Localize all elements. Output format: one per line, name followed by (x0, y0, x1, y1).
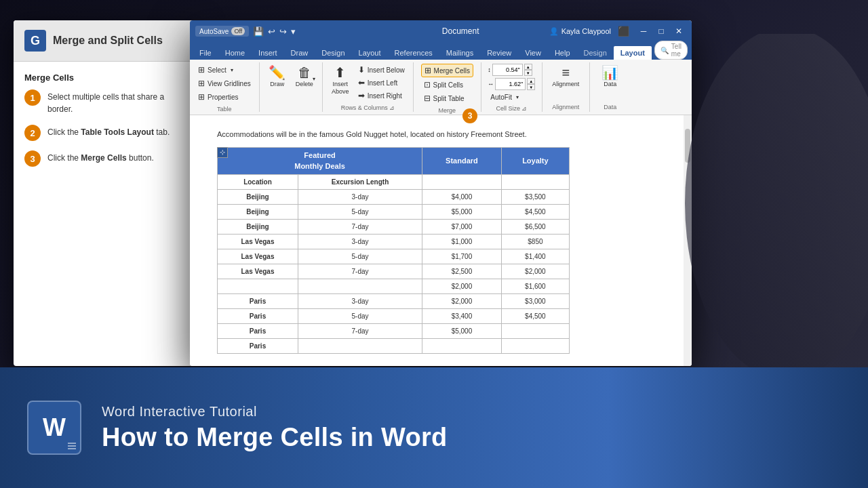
cell-location[interactable]: Las Vegas (218, 249, 298, 264)
cell-excursion[interactable]: 3-day (298, 189, 422, 204)
width-input[interactable] (495, 78, 526, 90)
maximize-button[interactable]: □ (654, 24, 669, 39)
autosave-toggle[interactable]: Layout AutoSave Off (195, 26, 249, 37)
cell-loyalty[interactable] (501, 338, 569, 353)
cell-standard[interactable]: $3,400 (422, 308, 502, 323)
alignment-button[interactable]: ≡ Alignment (549, 64, 583, 90)
height-up-button[interactable]: ▲ (524, 64, 532, 70)
cell-excursion[interactable] (298, 338, 422, 353)
cell-standard[interactable]: $2,000 (422, 279, 502, 293)
cell-standard[interactable] (422, 338, 502, 353)
view-gridlines-button[interactable]: ⊞ View Gridlines (195, 77, 254, 89)
tab-layout-table[interactable]: Layout (614, 46, 652, 60)
tab-draw[interactable]: Draw (284, 46, 315, 60)
cell-loyalty[interactable]: $4,500 (501, 204, 569, 219)
cell-location[interactable]: Las Vegas (218, 264, 298, 279)
cell-excursion[interactable]: 5-day (298, 204, 422, 219)
featured-deals-table: FeaturedMonthly Deals Standard Loyalty L… (217, 147, 570, 354)
cell-location[interactable]: Paris (218, 323, 298, 338)
undo-icon[interactable]: ↩ (268, 26, 275, 37)
width-up-button[interactable]: ▲ (527, 78, 535, 84)
table-row: Beijing 7-day $7,000 $6,500 (218, 219, 570, 234)
properties-button[interactable]: ⊞ Properties (195, 91, 241, 103)
data-button[interactable]: 📊 Data (598, 64, 623, 90)
tab-insert[interactable]: Insert (252, 46, 284, 60)
cell-excursion[interactable]: 7-day (298, 264, 422, 279)
cell-location[interactable]: Beijing (218, 219, 298, 234)
delete-button[interactable]: 🗑 Delete ▾ (292, 64, 317, 90)
insert-below-button[interactable]: ⬇ Insert Below (355, 64, 408, 76)
cell-location[interactable]: Las Vegas (218, 234, 298, 249)
cell-excursion[interactable]: 5-day (298, 249, 422, 264)
cell-location[interactable] (218, 279, 298, 293)
insert-right-button[interactable]: ➡ Insert Right (355, 89, 408, 102)
cell-location[interactable]: Paris (218, 308, 298, 323)
tab-design[interactable]: Design (315, 46, 351, 60)
split-cells-button[interactable]: ⊡ Split Cells (421, 79, 466, 91)
step-number-1: 1 (24, 89, 41, 106)
cell-loyalty[interactable]: $2,000 (501, 264, 569, 279)
merge-group-content: ⊞ Merge Cells ⊡ Split Cells ⊟ Split Tabl… (421, 64, 473, 104)
cell-loyalty[interactable]: $3,500 (501, 189, 569, 204)
tab-view[interactable]: View (518, 46, 548, 60)
height-down-button[interactable]: ▼ (524, 70, 532, 76)
cell-standard[interactable]: $2,500 (422, 264, 502, 279)
cell-loyalty[interactable] (501, 323, 569, 338)
rows-cols-expand-icon[interactable]: ⊿ (389, 104, 395, 111)
cell-excursion[interactable]: 7-day (298, 323, 422, 338)
select-button[interactable]: ⊞ Select ▾ (195, 64, 236, 76)
ribbon-search-box[interactable]: 🔍 Tell me (654, 41, 688, 60)
cell-loyalty[interactable]: $6,500 (501, 219, 569, 234)
cell-excursion[interactable]: 7-day (298, 219, 422, 234)
insert-above-button[interactable]: ⬆ InsertAbove (328, 64, 353, 98)
cell-standard[interactable]: $4,000 (422, 189, 502, 204)
tab-layout-page[interactable]: Layout (352, 46, 388, 60)
tab-design-table[interactable]: Design (577, 46, 614, 60)
cell-loyalty[interactable]: $1,400 (501, 249, 569, 264)
split-table-button[interactable]: ⊟ Split Table (421, 92, 467, 104)
redo-icon[interactable]: ↪ (279, 26, 287, 37)
cell-standard[interactable]: $5,000 (422, 204, 502, 219)
minimize-button[interactable]: ─ (636, 24, 651, 39)
table-move-handle[interactable]: ⊹ (217, 147, 228, 158)
tab-file[interactable]: File (193, 46, 218, 60)
insert-left-button[interactable]: ⬅ Insert Left (355, 77, 408, 89)
tab-references[interactable]: References (388, 46, 439, 60)
tab-review[interactable]: Review (480, 46, 518, 60)
cell-location[interactable]: Paris (218, 338, 298, 353)
cell-excursion[interactable]: 3-day (298, 293, 422, 308)
cell-standard[interactable]: $1,700 (422, 249, 502, 264)
tab-help[interactable]: Help (548, 46, 577, 60)
width-down-button[interactable]: ▼ (527, 84, 535, 90)
data-icon: 📊 (601, 66, 618, 79)
sidebar-section-title: Merge Cells (24, 73, 186, 83)
cell-standard[interactable]: $1,000 (422, 234, 502, 249)
draw-button[interactable]: ✏️ Draw (265, 64, 290, 90)
cell-excursion[interactable] (298, 279, 422, 293)
properties-icon: ⊞ (198, 92, 205, 102)
alignment-group-label: Alignment (548, 102, 584, 110)
height-input[interactable] (492, 64, 523, 76)
tab-home[interactable]: Home (218, 46, 252, 60)
cell-location[interactable]: Beijing (218, 204, 298, 219)
cell-size-expand-icon[interactable]: ⊿ (521, 105, 527, 112)
merge-cells-button[interactable]: ⊞ Merge Cells (421, 64, 473, 77)
cell-standard[interactable]: $2,000 (422, 293, 502, 308)
cell-excursion[interactable]: 5-day (298, 308, 422, 323)
cell-standard[interactable]: $7,000 (422, 219, 502, 234)
save-icon[interactable]: 💾 (253, 26, 264, 37)
cell-excursion[interactable]: 3-day (298, 234, 422, 249)
cell-standard[interactable]: $5,000 (422, 323, 502, 338)
autofit-button[interactable]: AutoFit ▾ (488, 92, 521, 102)
cell-loyalty[interactable]: $850 (501, 234, 569, 249)
share-icon[interactable]: ⬛ (618, 26, 629, 37)
close-button[interactable]: ✕ (671, 24, 686, 39)
cell-loyalty[interactable]: $4,500 (501, 308, 569, 323)
cell-location[interactable]: Beijing (218, 189, 298, 204)
cell-loyalty[interactable]: $3,000 (501, 293, 569, 308)
cell-loyalty[interactable]: $1,600 (501, 279, 569, 293)
ribbon-group-cell-size: ↕ ▲ ▼ ↔ ▲ ▼ AutoFit (481, 62, 542, 112)
cell-location[interactable]: Paris (218, 293, 298, 308)
customize-icon[interactable]: ▾ (291, 26, 296, 37)
tab-mailings[interactable]: Mailings (439, 46, 480, 60)
